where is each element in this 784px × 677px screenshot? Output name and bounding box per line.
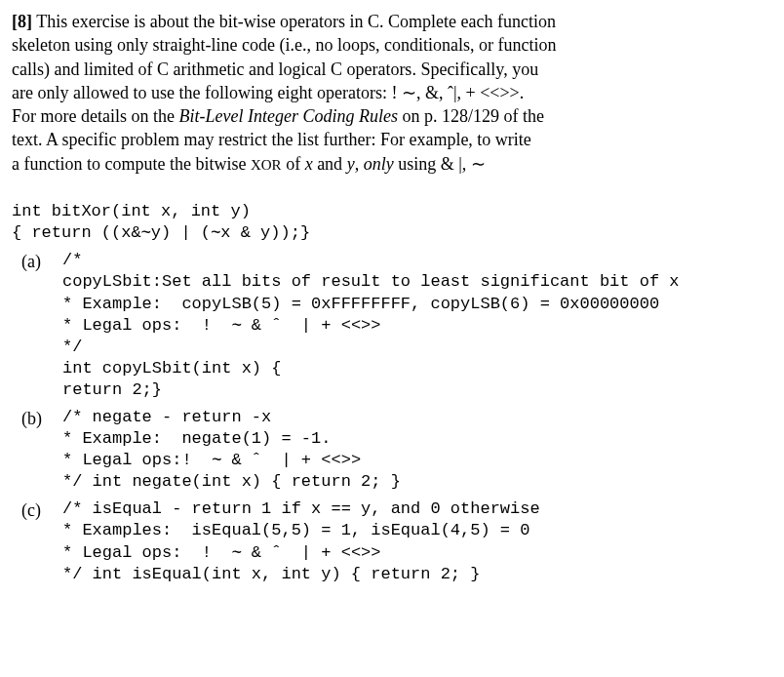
- part-a-l5: */: [62, 338, 82, 356]
- intro-text-5a: For more details on the: [12, 106, 178, 126]
- part-a-l1: /*: [62, 251, 82, 269]
- part-a-l2: copyLSbit:Set all bits of result to leas…: [62, 272, 680, 291]
- intro-text-4a: are only allowed to use the following ei…: [12, 83, 453, 102]
- part-c-l1: /* isEqual - return 1 if x == y, and 0 o…: [62, 499, 540, 518]
- example-code-block: int bitXor(int x, int y) { return ((x&∼y…: [12, 179, 772, 244]
- part-b-l3: * Legal ops:! ∼ & ˆ | + <<>>: [62, 451, 361, 469]
- intro-text-7-italic: only: [364, 154, 394, 174]
- part-a-l3: * Example: copyLSB(5) = 0xFFFFFFFF, copy…: [62, 295, 659, 313]
- part-b-l1: /* negate - return -x: [62, 408, 271, 426]
- intro-text-5-italic: Bit-Level Integer Coding Rules: [178, 106, 397, 126]
- part-b-body: /* negate - return -x * Example: negate(…: [62, 407, 772, 493]
- part-a-label: (a): [12, 250, 62, 401]
- intro-text-1: This exercise is about the bit-wise oper…: [36, 12, 556, 31]
- part-a-l7: return 2;}: [62, 380, 162, 399]
- intro-text-3: calls) and limited of C arithmetic and l…: [12, 60, 538, 79]
- part-a-l4: * Legal ops: ! ∼ & ˆ | + <<>>: [62, 316, 381, 335]
- part-b: (b) /* negate - return -x * Example: neg…: [12, 407, 772, 493]
- part-a-l6: int copyLSbit(int x) {: [62, 359, 281, 378]
- part-b-l4: */ int negate(int x) { return 2; }: [62, 472, 401, 491]
- part-b-l2: * Example: negate(1) = -1.: [62, 429, 331, 448]
- part-c: (c) /* isEqual - return 1 if x == y, and…: [12, 498, 772, 584]
- intro-text-7b: of x and y,: [282, 154, 364, 174]
- example-line-2: { return ((x&∼y) | (∼x & y));}: [12, 223, 310, 242]
- part-c-l3: * Legal ops: ! ∼ & ˆ | + <<>>: [62, 543, 381, 562]
- exercise-intro: [8] This exercise is about the bit-wise …: [12, 10, 772, 176]
- part-c-l4: */ int isEqual(int x, int y) { return 2;…: [62, 565, 480, 583]
- intro-text-2: skeleton using only straight-line code (…: [12, 35, 556, 55]
- part-a-body: /* copyLSbit:Set all bits of result to l…: [62, 250, 772, 401]
- part-c-l2: * Examples: isEqual(5,5) = 1, isEqual(4,…: [62, 521, 529, 539]
- part-c-body: /* isEqual - return 1 if x == y, and 0 o…: [62, 498, 772, 584]
- intro-text-6: text. A specific problem may restrict th…: [12, 130, 531, 149]
- exercise-number: [8]: [12, 12, 32, 31]
- part-b-label: (b): [12, 407, 62, 493]
- intro-text-5b: on p. 128/129 of the: [398, 106, 544, 126]
- example-line-1: int bitXor(int x, int y): [12, 202, 251, 220]
- part-c-label: (c): [12, 498, 62, 584]
- part-a: (a) /* copyLSbit:Set all bits of result …: [12, 250, 772, 401]
- intro-text-7-small: XOR: [251, 157, 282, 173]
- intro-text-7c: using & |, ∼: [394, 154, 486, 174]
- intro-text-7a: a function to compute the bitwise: [12, 154, 251, 174]
- intro-text-4b: |, + <<>>.: [453, 83, 524, 102]
